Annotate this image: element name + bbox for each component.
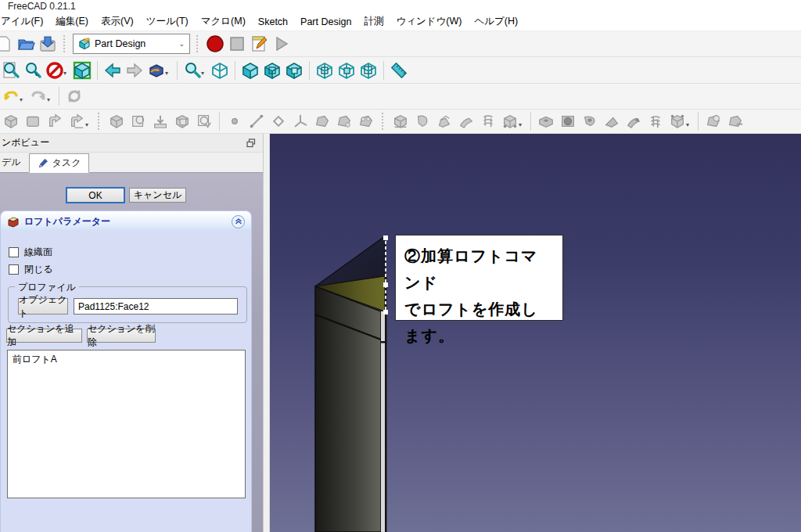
checkbox-box[interactable]	[9, 264, 19, 275]
sections-list[interactable]: 前ロフトA	[7, 350, 246, 498]
measure-icon[interactable]	[388, 59, 410, 81]
redo-icon[interactable]	[27, 85, 49, 107]
additive-loft-icon[interactable]	[433, 110, 455, 132]
loft-handle-top[interactable]	[383, 235, 388, 240]
subtractive-primitive-icon[interactable]	[666, 110, 688, 132]
undock-icon[interactable]	[244, 137, 258, 149]
loft-parameters-header[interactable]: ロフトパラメーター	[1, 211, 251, 232]
clipping-plane-icon[interactable]	[44, 59, 66, 81]
shape-binder-icon[interactable]	[311, 110, 333, 132]
subtractive-pipe-icon[interactable]	[623, 110, 645, 132]
additive-primitive-icon[interactable]	[499, 110, 521, 132]
fit-all-icon[interactable]	[0, 59, 22, 81]
new-document-icon[interactable]	[0, 33, 15, 55]
validate-sketch-icon[interactable]	[193, 110, 215, 132]
subtractive-helix-icon[interactable]	[645, 110, 666, 132]
create-group-icon[interactable]	[22, 110, 44, 132]
chevron-down-icon[interactable]: ▾	[85, 121, 92, 128]
loft-handle-bottom[interactable]	[383, 310, 388, 315]
nav-back-icon[interactable]	[102, 59, 124, 81]
chevron-down-icon[interactable]: ▾	[519, 121, 525, 128]
right-view-icon[interactable]	[283, 59, 305, 81]
body-icon[interactable]	[106, 110, 128, 132]
subtractive-loft-icon[interactable]	[601, 110, 623, 132]
checkbox-box[interactable]	[9, 247, 19, 257]
panel-splitter[interactable]	[264, 134, 270, 532]
menu-view[interactable]: 表示(V)	[95, 13, 140, 31]
migrate-icon[interactable]	[724, 110, 746, 132]
isometric-selection-icon[interactable]	[71, 59, 93, 81]
chevron-down-icon[interactable]: ▾	[63, 70, 70, 77]
cancel-button[interactable]: キャンセル	[129, 188, 186, 203]
map-sketch-icon[interactable]	[171, 110, 193, 132]
ruled-surface-checkbox[interactable]: 線織面	[9, 246, 52, 259]
create-sketch-icon[interactable]	[128, 110, 149, 132]
refresh-icon[interactable]	[63, 85, 85, 107]
boolean-icon[interactable]	[702, 110, 724, 132]
menu-edit[interactable]: 編集(E)	[49, 13, 95, 31]
save-document-icon[interactable]	[37, 33, 59, 55]
tab-model[interactable]: デル	[0, 153, 29, 172]
groove-icon[interactable]	[579, 110, 601, 132]
object-button[interactable]: オブジェクト	[18, 298, 68, 315]
pocket-icon[interactable]	[535, 110, 557, 132]
list-item[interactable]: 前ロフトA	[13, 353, 240, 366]
fit-selection-icon[interactable]	[22, 59, 44, 81]
menu-sketch[interactable]: Sketch	[252, 14, 294, 30]
tab-tasks[interactable]: タスク	[29, 153, 90, 173]
remove-section-button[interactable]: セクションを削除	[87, 329, 156, 343]
collapse-section-button[interactable]	[232, 215, 245, 228]
datum-line-icon[interactable]	[246, 110, 268, 132]
bottom-view-icon[interactable]	[336, 59, 357, 81]
additive-pipe-icon[interactable]	[455, 110, 477, 132]
link-group-icon[interactable]	[66, 110, 88, 132]
chevron-down-icon[interactable]: ▾	[201, 70, 207, 77]
open-document-icon[interactable]	[15, 33, 37, 55]
menu-windows[interactable]: ウィンドウ(W)	[390, 13, 468, 31]
chevron-down-icon[interactable]: ▾	[20, 96, 26, 103]
macro-record-icon[interactable]	[204, 33, 226, 55]
menu-measure[interactable]: 計測	[357, 13, 390, 31]
3d-viewport[interactable]: ②加算ロフトコマンド でロフトを作成します。	[270, 134, 801, 532]
left-view-icon[interactable]	[357, 59, 379, 81]
workbench-selector[interactable]: Part Design ⌄	[73, 34, 190, 54]
macro-stop-icon[interactable]	[226, 33, 248, 55]
datum-plane-icon[interactable]	[268, 110, 289, 132]
view-cube-icon[interactable]	[145, 59, 167, 81]
additive-helix-icon[interactable]	[477, 110, 499, 132]
chevron-down-icon[interactable]: ▾	[686, 121, 692, 128]
link-icon[interactable]	[44, 110, 66, 132]
clone-icon[interactable]	[355, 110, 377, 132]
pad-icon[interactable]	[390, 110, 411, 132]
front-view-icon[interactable]	[239, 59, 261, 81]
edit-sketch-icon[interactable]	[149, 110, 171, 132]
axonometric-view-icon[interactable]	[209, 59, 231, 81]
closed-checkbox[interactable]: 閉じる	[9, 263, 53, 276]
zoom-tools-icon[interactable]	[181, 59, 203, 81]
menu-help[interactable]: ヘルプ(H)	[468, 13, 524, 31]
macro-edit-icon[interactable]	[248, 33, 270, 55]
menu-file[interactable]: アイル(F)	[0, 13, 49, 31]
datum-point-icon[interactable]	[224, 110, 246, 132]
loft-handle-mid[interactable]	[383, 282, 388, 287]
hole-icon[interactable]	[557, 110, 579, 132]
solid-side-face[interactable]	[381, 311, 385, 532]
rear-view-icon[interactable]	[314, 59, 336, 81]
sub-shape-binder-icon[interactable]	[333, 110, 355, 132]
coordinate-system-icon[interactable]	[289, 110, 311, 132]
menu-partdesign[interactable]: Part Design	[294, 14, 357, 30]
profile-input[interactable]	[74, 298, 238, 315]
chevron-down-icon[interactable]: ▾	[47, 96, 53, 103]
chevron-down-icon[interactable]: ▾	[165, 70, 171, 77]
create-body-icon[interactable]	[0, 110, 22, 132]
menu-macro[interactable]: マクロ(M)	[195, 13, 252, 31]
macro-run-icon[interactable]	[270, 33, 292, 55]
top-view-icon[interactable]	[261, 59, 283, 81]
ok-button[interactable]: OK	[66, 187, 125, 203]
solid-front-face[interactable]	[315, 286, 381, 532]
undo-icon[interactable]	[0, 85, 22, 107]
revolution-icon[interactable]	[411, 110, 433, 132]
add-section-button[interactable]: セクションを追加	[6, 329, 82, 343]
nav-forward-icon[interactable]	[124, 59, 145, 81]
menu-tools[interactable]: ツール(T)	[140, 13, 195, 31]
